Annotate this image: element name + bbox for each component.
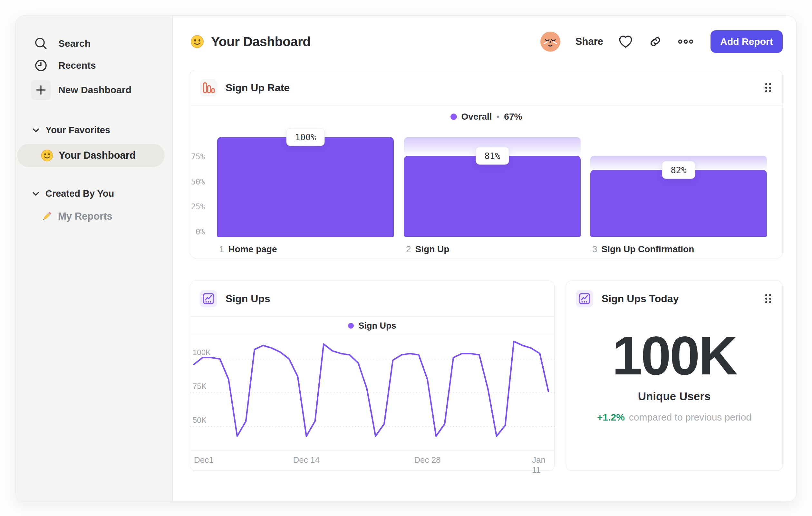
kpi-value: 100K: [566, 329, 782, 383]
sidebar-item-label: Your Dashboard: [59, 150, 136, 161]
header-actions: Share Add Report: [540, 30, 783, 53]
line-chart-icon: [200, 290, 217, 307]
funnel-y-tick: 75%: [190, 152, 205, 161]
link-icon[interactable]: [648, 34, 663, 49]
line-chart-svg: 100K75K50K: [190, 335, 555, 450]
funnel-y-tick: 50%: [190, 178, 205, 186]
funnel-category: 2Sign Up: [406, 244, 449, 254]
line-x-tick: Dec 28: [414, 455, 440, 465]
funnel-value-tooltip: 82%: [662, 161, 695, 179]
card-title: Sign Ups Today: [602, 293, 678, 305]
funnel-chart: 75%50%25%0%100%1Home page81%2Sign Up82%3…: [190, 127, 782, 258]
legend-dot: [451, 113, 457, 120]
sign-ups-card: Sign Ups Sign Ups 100K75K50K Dec1Dec 14D…: [190, 280, 555, 471]
funnel-step-number: 1: [219, 244, 224, 254]
sidebar: Search Recents New Dashboard Your: [16, 16, 173, 501]
line-y-tick: 100K: [193, 348, 211, 357]
sidebar-item-new-dashboard[interactable]: New Dashboard: [16, 76, 172, 104]
funnel-step-label: Home page: [228, 244, 277, 254]
funnel-step-label: Sign Up: [415, 244, 450, 254]
line-chart-x-axis: Dec1Dec 14Dec 28Jan 11: [190, 450, 554, 471]
add-report-button[interactable]: Add Report: [710, 30, 783, 53]
section-title: Your Favorites: [46, 125, 110, 135]
line-y-tick: 75K: [193, 382, 207, 390]
kpi-delta-note: compared to previous period: [629, 412, 751, 423]
second-row: Sign Ups Sign Ups 100K75K50K Dec1Dec 14D…: [190, 280, 783, 471]
heart-icon[interactable]: [618, 34, 633, 49]
sign-ups-today-card: Sign Ups Today 100K Unique Users +1.2% c…: [566, 280, 783, 471]
legend-dot: [348, 323, 354, 329]
funnel-y-tick: 0%: [190, 227, 205, 236]
line-y-tick: 50K: [193, 416, 207, 425]
smiley-face-emoji: [190, 34, 205, 49]
line-chart-icon: [576, 290, 593, 307]
sidebar-item-label: Search: [58, 38, 91, 49]
bar-chart-icon: [200, 79, 217, 97]
line-chart: 100K75K50K: [190, 335, 554, 450]
line-x-tick: Dec1: [194, 455, 214, 465]
sign-up-rate-card: Sign Up Rate Overall • 67% 75%50%25%0%10…: [190, 70, 783, 258]
funnel-bar: [590, 170, 767, 237]
funnel-step-number: 2: [406, 244, 411, 254]
drag-handle-icon[interactable]: [764, 293, 773, 305]
funnel-legend[interactable]: Overall • 67%: [190, 106, 782, 127]
avatar[interactable]: [540, 31, 561, 52]
smiley-face-emoji: [40, 149, 54, 162]
funnel-category: 3Sign Up Confirmation: [592, 244, 694, 254]
sidebar-item-my-reports[interactable]: My Reports: [16, 210, 172, 223]
legend-value: 67%: [504, 112, 522, 122]
funnel-bar: [217, 137, 394, 237]
line-x-tick: Dec 14: [293, 455, 320, 465]
search-icon: [31, 36, 51, 51]
card-title: Sign Up Rate: [226, 82, 290, 94]
sidebar-item-your-dashboard[interactable]: Your Dashboard: [17, 144, 165, 167]
share-button[interactable]: Share: [576, 36, 603, 47]
legend-separator: •: [497, 112, 500, 122]
ellipsis-icon[interactable]: [678, 38, 694, 45]
funnel-bar: [404, 156, 581, 237]
funnel-y-tick: 25%: [190, 202, 205, 211]
kpi-label: Unique Users: [566, 390, 782, 403]
legend-label: Sign Ups: [358, 321, 396, 331]
card-header: Sign Ups: [190, 281, 554, 316]
legend-label: Overall: [461, 112, 492, 122]
funnel-step-number: 3: [592, 244, 598, 254]
main-content: Your Dashboard Share: [173, 16, 796, 501]
sidebar-item-label: New Dashboard: [58, 84, 132, 96]
sidebar-item-recents[interactable]: Recents: [16, 55, 172, 76]
page-header: Your Dashboard Share: [190, 30, 783, 53]
kpi-delta-row: +1.2% compared to previous period: [566, 412, 782, 423]
sidebar-item-search[interactable]: Search: [16, 33, 172, 55]
sidebar-item-label: My Reports: [58, 211, 112, 222]
line-legend[interactable]: Sign Ups: [190, 317, 554, 335]
chevron-down-icon: [32, 191, 40, 196]
card-header: Sign Up Rate: [190, 70, 782, 105]
funnel-value-tooltip: 100%: [286, 128, 324, 146]
line-x-tick: Jan 11: [532, 455, 547, 475]
chevron-down-icon: [32, 128, 40, 133]
sidebar-section-favorites[interactable]: Your Favorites: [16, 125, 172, 135]
kpi-delta: +1.2%: [597, 412, 625, 423]
sidebar-item-label: Recents: [58, 60, 96, 71]
sidebar-section-created-by-you[interactable]: Created By You: [16, 188, 172, 199]
card-title: Sign Ups: [226, 293, 270, 305]
funnel-value-tooltip: 81%: [476, 147, 509, 165]
app-window: Search Recents New Dashboard Your: [16, 16, 796, 502]
pencil-emoji: [40, 210, 53, 223]
funnel-step-label: Sign Up Confirmation: [602, 244, 694, 254]
card-header: Sign Ups Today: [566, 281, 782, 316]
page-title-group: Your Dashboard: [190, 34, 311, 49]
plus-icon: [31, 80, 51, 100]
section-title: Created By You: [46, 188, 114, 199]
funnel-category: 1Home page: [219, 244, 277, 254]
drag-handle-icon[interactable]: [764, 82, 773, 94]
line-series: [194, 341, 548, 436]
page-title: Your Dashboard: [211, 34, 311, 49]
clock-icon: [31, 58, 51, 73]
